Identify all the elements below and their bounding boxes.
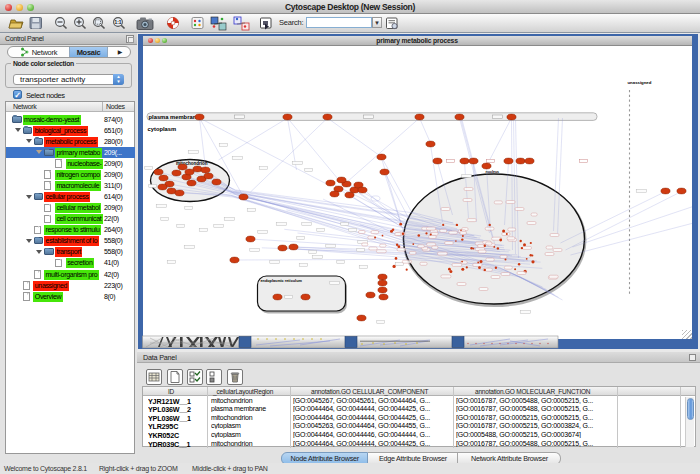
svg-text:endoplasmic reticulum: endoplasmic reticulum	[260, 279, 302, 283]
svg-text:unassigned: unassigned	[627, 80, 651, 85]
svg-text:plasma membrane: plasma membrane	[148, 114, 200, 120]
svg-text:1:1: 1:1	[115, 20, 122, 25]
svg-text:cytoplasm: cytoplasm	[147, 126, 176, 132]
svg-text:nucleus: nucleus	[485, 170, 499, 174]
